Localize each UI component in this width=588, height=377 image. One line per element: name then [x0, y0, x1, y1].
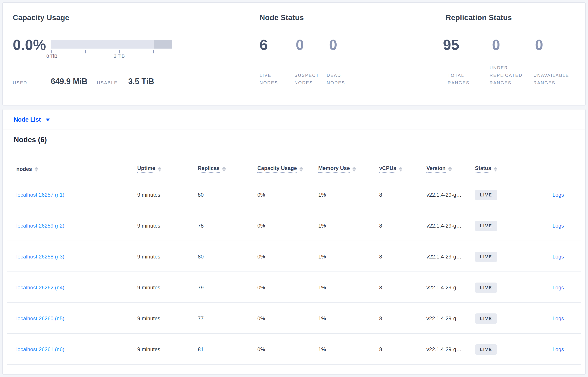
live-nodes-count: 6 — [259, 37, 268, 53]
memory-cell: 1% — [318, 223, 379, 229]
replicas-cell: 77 — [198, 315, 257, 322]
status-badge: LIVE — [475, 283, 497, 293]
under-replicated-ranges-label: UNDER-REPLICATED RANGES — [490, 64, 534, 86]
logs-link[interactable]: Logs — [553, 315, 564, 321]
uptime-cell: 9 minutes — [137, 284, 198, 291]
status-badge: LIVE — [475, 190, 497, 200]
suspect-nodes-label: SUSPECT NODES — [294, 71, 325, 86]
node-list-card: Node List Nodes (6) nodes Uptime Replica… — [2, 109, 586, 375]
vcpus-cell: 8 — [379, 315, 426, 322]
node-link[interactable]: localhost:26258 (n3) — [16, 254, 64, 259]
vcpus-cell: 8 — [379, 254, 426, 260]
nodes-table: nodes Uptime Replicas Capacity Usage Mem… — [7, 159, 581, 365]
node-list-view-selector[interactable]: Node List — [14, 109, 50, 130]
used-label: USED — [13, 80, 27, 85]
column-header-nodes[interactable]: nodes — [7, 166, 137, 172]
capacity-gauge — [51, 40, 172, 48]
gauge-tick — [51, 50, 52, 53]
replicas-cell: 79 — [198, 284, 257, 291]
sort-icon — [222, 167, 226, 172]
version-cell: v22.1.4-29-g… — [426, 254, 475, 260]
column-header-memory-use[interactable]: Memory Use — [318, 165, 379, 173]
capacity-cell: 0% — [257, 223, 318, 229]
uptime-cell: 9 minutes — [137, 223, 198, 229]
total-ranges-count: 95 — [443, 37, 459, 53]
logs-link[interactable]: Logs — [553, 284, 564, 291]
unavailable-ranges-label: UNAVAILABLE RANGES — [533, 71, 584, 86]
logs-link[interactable]: Logs — [553, 223, 564, 229]
used-value: 649.9 MiB — [51, 77, 87, 86]
gauge-tick — [153, 50, 154, 53]
sort-icon — [35, 167, 38, 172]
replicas-cell: 80 — [198, 192, 257, 198]
dead-nodes-label: DEAD NODES — [327, 71, 351, 86]
column-header-status[interactable]: Status — [475, 165, 524, 173]
column-header-capacity-usage[interactable]: Capacity Usage — [257, 165, 318, 173]
replicas-cell: 78 — [198, 223, 257, 229]
live-nodes-label: LIVE NODES — [259, 71, 288, 86]
logs-link[interactable]: Logs — [553, 254, 564, 259]
column-header-version[interactable]: Version — [426, 165, 475, 173]
gauge-tick — [85, 50, 86, 53]
replicas-cell: 80 — [198, 254, 257, 260]
gauge-tick — [119, 50, 120, 53]
usable-label: USABLE — [97, 80, 118, 85]
logs-link[interactable]: Logs — [553, 346, 564, 352]
capacity-usage-title: Capacity Usage — [13, 13, 69, 22]
suspect-nodes-count: 0 — [296, 37, 304, 53]
version-cell: v22.1.4-29-g… — [426, 192, 475, 198]
sort-icon — [448, 167, 452, 172]
vcpus-cell: 8 — [379, 223, 426, 229]
capacity-cell: 0% — [257, 284, 318, 291]
table-row: localhost:26261 (n6) 9 minutes 81 0% 1% … — [7, 334, 581, 365]
column-header-vcpus[interactable]: vCPUs — [379, 165, 426, 173]
capacity-cell: 0% — [257, 315, 318, 322]
sort-icon — [300, 167, 303, 172]
view-selector-row: Node List — [3, 109, 585, 130]
gauge-tick-label-0: 0 TiB — [43, 53, 61, 59]
sort-icon — [353, 167, 356, 172]
version-cell: v22.1.4-29-g… — [426, 223, 475, 229]
table-row: localhost:26259 (n2) 9 minutes 78 0% 1% … — [7, 210, 581, 241]
replication-status-title: Replication Status — [446, 13, 512, 22]
memory-cell: 1% — [318, 346, 379, 353]
version-cell: v22.1.4-29-g… — [426, 284, 475, 291]
status-badge: LIVE — [475, 252, 497, 262]
column-header-replicas[interactable]: Replicas — [198, 165, 257, 173]
capacity-cell: 0% — [257, 192, 318, 198]
gauge-tick-label-2: 2 TiB — [110, 53, 128, 59]
status-badge: LIVE — [475, 221, 497, 231]
node-link[interactable]: localhost:26260 (n5) — [16, 315, 64, 321]
table-row: localhost:26258 (n3) 9 minutes 80 0% 1% … — [7, 241, 581, 272]
vcpus-cell: 8 — [379, 346, 426, 353]
column-header-uptime[interactable]: Uptime — [137, 165, 198, 173]
unavailable-ranges-count: 0 — [535, 37, 543, 53]
capacity-gauge-dark-segment — [154, 40, 172, 48]
memory-cell: 1% — [318, 254, 379, 260]
cluster-summary-card: Capacity Usage 0.0% 0 TiB 2 TiB USED 649… — [2, 2, 586, 106]
nodes-table-title: Nodes (6) — [14, 136, 47, 144]
node-link[interactable]: localhost:26259 (n2) — [16, 223, 64, 229]
capacity-cell: 0% — [257, 346, 318, 353]
capacity-percent: 0.0% — [13, 37, 46, 53]
sort-icon — [158, 167, 161, 172]
version-cell: v22.1.4-29-g… — [426, 315, 475, 322]
total-ranges-label: TOTAL RANGES — [448, 71, 476, 86]
memory-cell: 1% — [318, 284, 379, 291]
sort-icon — [399, 167, 402, 172]
version-cell: v22.1.4-29-g… — [426, 346, 475, 353]
node-link[interactable]: localhost:26262 (n4) — [16, 284, 64, 291]
table-header-row: nodes Uptime Replicas Capacity Usage Mem… — [7, 159, 581, 179]
logs-link[interactable]: Logs — [553, 192, 564, 198]
replicas-cell: 81 — [198, 346, 257, 353]
table-row: localhost:26262 (n4) 9 minutes 79 0% 1% … — [7, 272, 581, 303]
uptime-cell: 9 minutes — [137, 346, 198, 353]
capacity-cell: 0% — [257, 254, 318, 260]
sort-icon — [494, 167, 497, 172]
node-link[interactable]: localhost:26257 (n1) — [16, 192, 64, 198]
table-row: localhost:26260 (n5) 9 minutes 77 0% 1% … — [7, 303, 581, 334]
uptime-cell: 9 minutes — [137, 315, 198, 322]
node-link[interactable]: localhost:26261 (n6) — [16, 346, 64, 352]
uptime-cell: 9 minutes — [137, 192, 198, 198]
memory-cell: 1% — [318, 315, 379, 322]
